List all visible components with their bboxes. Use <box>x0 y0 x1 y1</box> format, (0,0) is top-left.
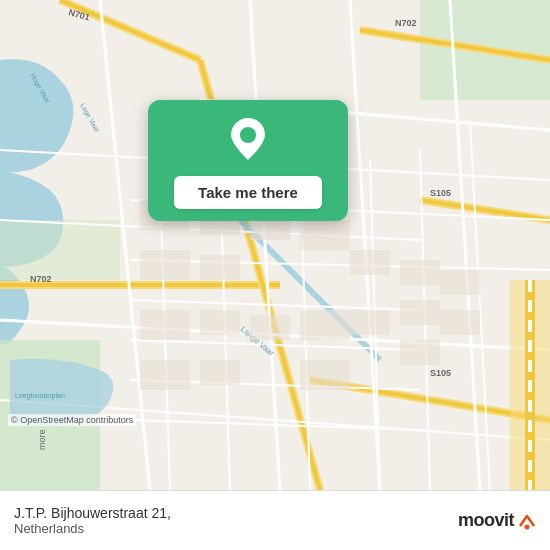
svg-rect-63 <box>300 310 350 340</box>
moovit-logo: moovit <box>458 510 536 531</box>
svg-text:S105: S105 <box>430 368 451 378</box>
svg-text:S105: S105 <box>430 188 451 198</box>
svg-rect-70 <box>400 340 440 365</box>
svg-rect-72 <box>440 310 480 335</box>
svg-text:more: more <box>37 429 47 450</box>
moovit-wordmark: moovit <box>458 510 514 531</box>
svg-rect-64 <box>140 360 190 390</box>
svg-rect-62 <box>250 315 290 340</box>
svg-text:Leeghwaterplan: Leeghwaterplan <box>15 392 65 400</box>
country-text: Netherlands <box>14 521 171 536</box>
svg-rect-67 <box>350 310 390 335</box>
svg-rect-3 <box>0 220 120 280</box>
svg-rect-59 <box>350 250 390 275</box>
map-container: N701 N702 N702 S105 S105 Knooppunt more … <box>0 0 550 490</box>
svg-point-74 <box>525 524 530 529</box>
svg-rect-57 <box>200 255 240 280</box>
svg-rect-58 <box>300 220 350 250</box>
location-pin-icon <box>227 118 269 160</box>
take-me-there-button[interactable]: Take me there <box>174 176 322 209</box>
footer-address-container: J.T.P. Bijhouwerstraat 21, Netherlands <box>14 505 171 536</box>
svg-rect-65 <box>200 360 240 385</box>
svg-rect-60 <box>140 310 190 340</box>
svg-rect-69 <box>400 300 440 325</box>
svg-point-73 <box>240 127 256 143</box>
svg-text:N702: N702 <box>395 18 417 28</box>
svg-rect-61 <box>200 310 240 335</box>
footer: J.T.P. Bijhouwerstraat 21, Netherlands m… <box>0 490 550 550</box>
svg-rect-66 <box>300 360 350 390</box>
svg-rect-68 <box>400 260 440 285</box>
popup-card: Take me there <box>148 100 348 221</box>
moovit-icon <box>518 512 536 530</box>
svg-rect-71 <box>440 270 480 295</box>
address-text: J.T.P. Bijhouwerstraat 21, <box>14 505 171 521</box>
svg-rect-56 <box>140 250 190 280</box>
svg-text:N702: N702 <box>30 274 52 284</box>
copyright-notice: © OpenStreetMap contributors <box>8 414 136 426</box>
